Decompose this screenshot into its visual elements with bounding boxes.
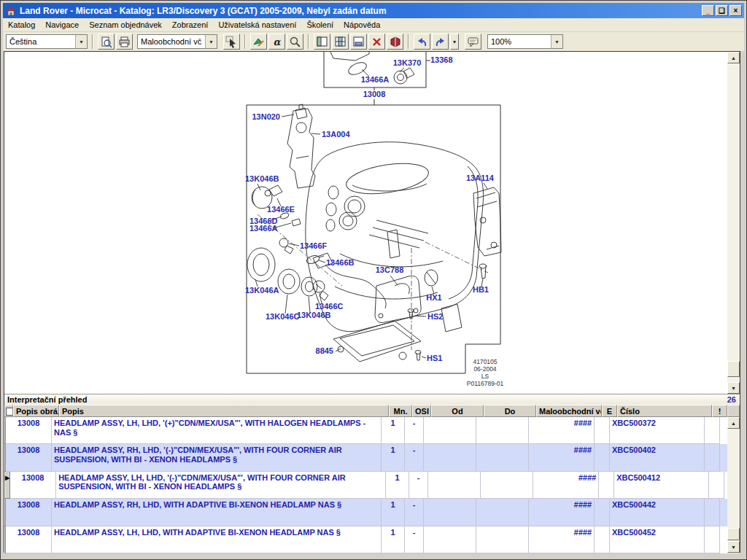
print-button[interactable]	[116, 34, 133, 50]
zoom-level-select[interactable]: 100% ▼	[487, 34, 563, 49]
drawing-plate: 4170105 06-2004 LS P0116789-01	[467, 358, 504, 387]
svg-text:LS: LS	[481, 373, 489, 380]
select-all-checkbox[interactable]	[6, 408, 13, 416]
maximize-button[interactable]: ❑	[716, 5, 728, 16]
part-callout[interactable]: 13466A	[361, 75, 390, 84]
panel-full-icon	[352, 36, 365, 48]
magnifier-icon	[289, 36, 301, 48]
diagram-scrollbar-thumb[interactable]	[727, 361, 740, 377]
table-row[interactable]: 13008 HEADLAMP ASSY, RH, LHD, '(-)"CDN/M…	[4, 444, 740, 471]
panel-left-icon	[316, 36, 328, 48]
col-header-warn[interactable]: !	[712, 405, 727, 417]
grid-header: Popis obrá. Popis Mn. OSI Od Do Maloobch…	[4, 405, 740, 417]
grid-scrollbar[interactable]: ▲ ▼	[727, 417, 740, 553]
scroll-up-icon[interactable]: ▲	[727, 52, 740, 63]
history-dropdown-button[interactable]: ▾	[450, 34, 459, 50]
pointer-select-button[interactable]	[223, 34, 240, 50]
diagram-pane[interactable]: 13466A 13K370 13368 13008 13N020 13A004 …	[4, 52, 740, 394]
col-header-to[interactable]: Do	[484, 405, 536, 417]
alpha-icon: α	[273, 36, 280, 47]
parts-grid: 13008 HEADLAMP ASSY, LH, LHD, '(+)"CDN/M…	[4, 417, 740, 553]
edit-parts-button[interactable]	[250, 34, 267, 50]
part-callout[interactable]: 13K046C	[266, 312, 300, 321]
part-callout[interactable]: 13K046A	[245, 286, 279, 295]
scroll-down-icon[interactable]: ▼	[727, 382, 740, 394]
zoom-tool-button[interactable]	[287, 34, 303, 50]
menu-napoveda[interactable]: Nápověda	[338, 19, 385, 31]
chevron-down-icon[interactable]: ▼	[551, 35, 562, 48]
speech-bubble-icon	[467, 36, 479, 48]
part-callout[interactable]: 13466E	[267, 205, 295, 214]
part-callout[interactable]: 13A114	[466, 174, 495, 182]
current-row-pointer-icon[interactable]: ▶	[4, 472, 10, 499]
chevron-down-icon[interactable]: ▼	[205, 35, 217, 48]
catalog-book-button[interactable]	[387, 34, 403, 50]
part-callout[interactable]: 13466A	[249, 224, 278, 233]
close-button[interactable]: ×	[729, 5, 742, 16]
panel-layout-table-button[interactable]	[332, 34, 349, 50]
menu-katalog[interactable]: Katalog	[3, 19, 40, 31]
col-header-e[interactable]: E	[602, 405, 617, 417]
menu-uzivatelska-nastaveni[interactable]: Uživatelská nastavení	[213, 19, 301, 31]
part-callout[interactable]: 8845	[316, 346, 333, 355]
part-callout[interactable]: 13008	[363, 90, 386, 98]
part-callout[interactable]: HB1	[473, 285, 489, 294]
col-header-from[interactable]: Od	[431, 405, 484, 417]
part-callout[interactable]: 13466B	[326, 258, 355, 267]
diagram-scrollbar[interactable]: ▲ ▼	[727, 52, 740, 394]
application-window: Land Rover - Microcat - Katalog: LR3/Dis…	[0, 0, 747, 560]
col-header-desc[interactable]: Popis	[59, 405, 389, 417]
interpretation-bar: Interpretační přehled 26	[4, 394, 740, 405]
col-header-price[interactable]: Maloobchodní vč	[536, 405, 602, 417]
table-row[interactable]: 13008 HEADLAMP ASSY, LH, LHD, WITH ADAPT…	[4, 526, 740, 553]
menu-zobrazeni[interactable]: Zobrazení	[167, 19, 214, 31]
part-callout[interactable]: HS2	[427, 312, 443, 321]
grid-scrollbar-thumb[interactable]	[727, 528, 740, 540]
part-callout[interactable]: 13N020	[252, 112, 280, 121]
part-callout[interactable]: 13K046B	[245, 174, 279, 183]
table-row-current[interactable]: ▶ 13008 HEADLAMP ASSY, LH, LHD, '(-)"CDN…	[4, 472, 740, 499]
menu-seznam-objednavek[interactable]: Seznam objednávek	[84, 19, 167, 31]
undo-button[interactable]	[414, 34, 430, 50]
select-all-cell[interactable]	[4, 405, 13, 417]
clear-selection-button[interactable]	[368, 34, 385, 50]
menu-bar: Katalog Navigace Seznam objednávek Zobra…	[3, 18, 744, 32]
part-callout[interactable]: 13466C	[315, 302, 344, 311]
part-callout[interactable]: 13A004	[322, 130, 350, 139]
language-select[interactable]: Čeština ▼	[6, 34, 88, 49]
title-bar: Land Rover - Microcat - Katalog: LR3/Dis…	[3, 3, 744, 18]
col-header-ref[interactable]: Popis obrá.	[13, 405, 59, 417]
menu-navigace[interactable]: Navigace	[40, 19, 84, 31]
menu-skoleni[interactable]: Školení	[301, 19, 338, 31]
svg-text:06-2004: 06-2004	[473, 365, 496, 373]
col-header-qty[interactable]: Mn.	[389, 405, 412, 417]
redo-icon	[434, 36, 446, 48]
part-callout[interactable]: 13K046B	[297, 311, 331, 319]
scroll-down-icon[interactable]: ▼	[727, 541, 740, 553]
table-row[interactable]: 13008 HEADLAMP ASSY, RH, LHD, WITH ADAPT…	[4, 499, 740, 526]
col-header-osi[interactable]: OSI	[412, 405, 431, 417]
notes-button[interactable]	[465, 34, 481, 50]
print-preview-button[interactable]	[98, 34, 115, 50]
toolbar-separator	[408, 34, 409, 49]
chevron-down-icon[interactable]: ▼	[75, 35, 87, 48]
price-level-select[interactable]: Maloobchodní vč ▼	[137, 34, 217, 49]
toolbar: Čeština ▼ Maloobchodní vč ▼	[3, 32, 744, 51]
minimize-button[interactable]: _	[702, 5, 714, 16]
content-area: 13466A 13K370 13368 13008 13N020 13A004 …	[4, 51, 740, 553]
redo-button[interactable]	[432, 34, 449, 50]
col-header-number[interactable]: Číslo	[617, 405, 712, 417]
scroll-up-icon[interactable]: ▲	[727, 417, 740, 429]
panel-layout-left-button[interactable]	[314, 34, 330, 50]
part-callout[interactable]: 13K370	[393, 58, 422, 67]
part-callout[interactable]: HS1	[427, 354, 442, 362]
part-callout[interactable]: HX1	[426, 293, 441, 302]
exploded-view-diagram: 13466A 13K370 13368 13008 13N020 13A004 …	[4, 52, 723, 394]
alpha-index-button[interactable]: α	[268, 34, 285, 50]
part-callout[interactable]: 13466F	[300, 241, 328, 250]
toolbar-separator	[244, 34, 246, 49]
part-callout[interactable]: 13C788	[376, 265, 404, 274]
panel-layout-full-button[interactable]	[350, 34, 367, 50]
table-row[interactable]: 13008 HEADLAMP ASSY, LH, LHD, '(+)"CDN/M…	[4, 417, 740, 444]
part-callout[interactable]: 13368	[430, 55, 453, 64]
